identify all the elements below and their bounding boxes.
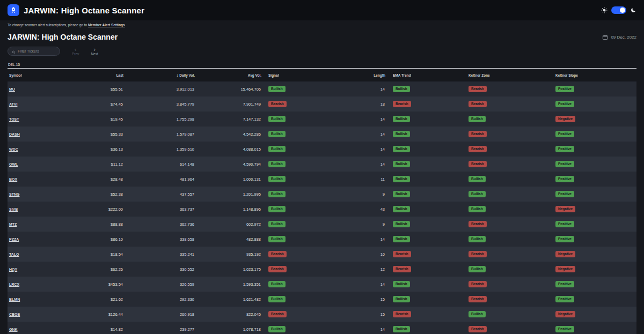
avg-vol-cell: 482,888 bbox=[195, 232, 261, 247]
last-cell: $222.00 bbox=[67, 202, 123, 217]
symbol-link[interactable]: TOST bbox=[9, 117, 19, 121]
symbol-link[interactable]: GNK bbox=[9, 328, 18, 331]
topbar: JARWIN: High Octane Scanner bbox=[0, 0, 644, 20]
avg-vol-cell: 1,621,482 bbox=[195, 292, 261, 307]
last-cell: $11.12 bbox=[67, 157, 123, 172]
table-row: BLMN $21.62 292,330 1,621,482 Bullish 15… bbox=[8, 292, 636, 307]
length-cell: 43 bbox=[342, 202, 385, 217]
signal-badge: Bullish bbox=[268, 221, 286, 228]
filter-input[interactable] bbox=[18, 49, 56, 53]
last-cell: $18.54 bbox=[67, 247, 123, 262]
signal-badge: Bullish bbox=[268, 161, 286, 168]
avg-vol-cell: 1,078,718 bbox=[195, 322, 261, 334]
note-suffix: . bbox=[125, 23, 126, 27]
symbol-link[interactable]: STNG bbox=[9, 192, 19, 196]
column-header-signal[interactable]: Signal bbox=[261, 69, 342, 82]
symbol-link[interactable]: OWL bbox=[9, 162, 18, 166]
ema-trend-badge: Bearish bbox=[393, 266, 411, 273]
symbol-link[interactable]: LRCX bbox=[9, 283, 19, 286]
table-row: ATVI $74.45 3,845,779 7,901,749 Bearish … bbox=[8, 97, 636, 112]
chevron-left-icon: ‹ bbox=[75, 48, 76, 52]
symbol-link[interactable]: SIVB bbox=[9, 207, 18, 211]
table-row: STNG $52.38 437,557 1,201,995 Bullish 9 … bbox=[8, 187, 636, 202]
symbol-link[interactable]: BOX bbox=[9, 177, 17, 181]
column-header-length[interactable]: Length bbox=[342, 69, 385, 82]
table-row: HQY $62.26 330,552 1,023,175 Bearish 12 … bbox=[8, 262, 636, 277]
keltner-slope-badge: Positive bbox=[555, 326, 574, 333]
theme-toggle[interactable] bbox=[611, 6, 626, 14]
column-header-ema-trend[interactable]: EMA Trend bbox=[385, 69, 469, 82]
keltner-zone-badge: Bullish bbox=[469, 266, 486, 273]
length-cell: 14 bbox=[342, 127, 385, 142]
daily-vol-cell: 3,845,779 bbox=[123, 97, 195, 112]
prev-button[interactable]: ‹ Prev bbox=[72, 48, 79, 56]
main-content: JARWIN: High Octane Scanner 09 Dec, 2022… bbox=[0, 27, 644, 334]
page-head: JARWIN: High Octane Scanner 09 Dec, 2022 bbox=[0, 27, 644, 41]
length-cell: 18 bbox=[342, 97, 385, 112]
keltner-slope-badge: Negative bbox=[555, 266, 575, 273]
length-cell: 15 bbox=[342, 307, 385, 322]
symbol-link[interactable]: MTZ bbox=[9, 222, 17, 226]
length-cell: 14 bbox=[342, 232, 385, 247]
symbol-link[interactable]: WDC bbox=[9, 147, 18, 151]
column-header-keltner-slope[interactable]: Keltner Slope bbox=[555, 69, 636, 82]
signal-badge: Bullish bbox=[268, 131, 286, 138]
keltner-slope-badge: Positive bbox=[555, 86, 574, 93]
keltner-slope-badge: Positive bbox=[555, 296, 574, 303]
keltner-slope-badge: Negative bbox=[555, 116, 575, 123]
last-cell: $14.82 bbox=[67, 322, 123, 334]
table-row: CBOE $126.44 260,918 822,045 Bearish 15 … bbox=[8, 307, 636, 322]
avg-vol-cell: 7,147,132 bbox=[195, 112, 261, 127]
column-header-keltner-zone[interactable]: Keltner Zone bbox=[469, 69, 555, 82]
keltner-slope-badge: Positive bbox=[555, 161, 574, 168]
table-row: TOST $19.45 1,755,298 7,147,132 Bullish … bbox=[8, 112, 636, 127]
member-alert-settings-link[interactable]: Member Alert Settings bbox=[88, 23, 125, 27]
avg-vol-cell: 4,542,286 bbox=[195, 127, 261, 142]
ema-trend-badge: Bullish bbox=[393, 326, 410, 333]
table-header-row: Symbol Last ↓Daily Vol. Avg Vol. Signal … bbox=[8, 69, 636, 82]
search-icon bbox=[12, 47, 16, 56]
symbol-link[interactable]: HQY bbox=[9, 268, 17, 271]
last-cell: $86.10 bbox=[67, 232, 123, 247]
column-header-symbol[interactable]: Symbol bbox=[8, 69, 67, 82]
date-display: 09 Dec, 2022 bbox=[602, 34, 636, 40]
keltner-zone-badge: Bullish bbox=[469, 176, 486, 183]
symbol-link[interactable]: BLMN bbox=[9, 298, 20, 301]
keltner-zone-badge: Bearish bbox=[469, 251, 487, 258]
ema-trend-badge: Bullish bbox=[393, 236, 410, 243]
prev-label: Prev bbox=[72, 52, 79, 56]
ema-trend-badge: Bullish bbox=[393, 176, 410, 183]
keltner-zone-badge: Bearish bbox=[469, 146, 487, 153]
keltner-zone-badge: Bullish bbox=[469, 236, 486, 243]
next-button[interactable]: › Next bbox=[91, 48, 98, 56]
note-prefix: To change scanner alert subscriptions, p… bbox=[8, 23, 88, 27]
ema-trend-badge: Bullish bbox=[393, 296, 410, 303]
symbol-link[interactable]: MU bbox=[9, 87, 15, 91]
rocket-logo-icon[interactable] bbox=[8, 4, 19, 16]
table-row: TALO $18.54 335,241 935,192 Bearish 10 B… bbox=[8, 247, 636, 262]
ema-trend-badge: Bullish bbox=[393, 191, 410, 198]
daily-vol-cell: 292,330 bbox=[123, 292, 195, 307]
ema-trend-badge: Bearish bbox=[393, 251, 411, 258]
daily-vol-cell: 338,658 bbox=[123, 232, 195, 247]
length-cell: 11 bbox=[342, 172, 385, 187]
theme-controls bbox=[601, 6, 636, 14]
symbol-link[interactable]: CBOE bbox=[9, 313, 20, 316]
keltner-zone-badge: Bearish bbox=[469, 326, 487, 333]
signal-badge: Bullish bbox=[268, 236, 286, 243]
column-header-avg-vol[interactable]: Avg Vol. bbox=[195, 69, 261, 82]
ema-trend-badge: Bullish bbox=[393, 146, 410, 153]
column-header-daily-vol[interactable]: ↓Daily Vol. bbox=[123, 69, 195, 82]
symbol-link[interactable]: TALO bbox=[9, 253, 19, 256]
table-row: DASH $55.33 1,579,087 4,542,286 Bullish … bbox=[8, 127, 636, 142]
table-label: DEL-15 bbox=[8, 56, 636, 68]
avg-vol-cell: 1,000,131 bbox=[195, 172, 261, 187]
symbol-link[interactable]: PZZA bbox=[9, 237, 19, 241]
symbol-link[interactable]: ATVI bbox=[9, 102, 17, 106]
table-row: BOX $28.48 481,964 1,000,131 Bullish 11 … bbox=[8, 172, 636, 187]
ema-trend-badge: Bullish bbox=[393, 131, 410, 138]
length-cell: 9 bbox=[342, 217, 385, 232]
signal-badge: Bearish bbox=[268, 251, 287, 258]
symbol-link[interactable]: DASH bbox=[9, 132, 20, 136]
column-header-last[interactable]: Last bbox=[67, 69, 123, 82]
